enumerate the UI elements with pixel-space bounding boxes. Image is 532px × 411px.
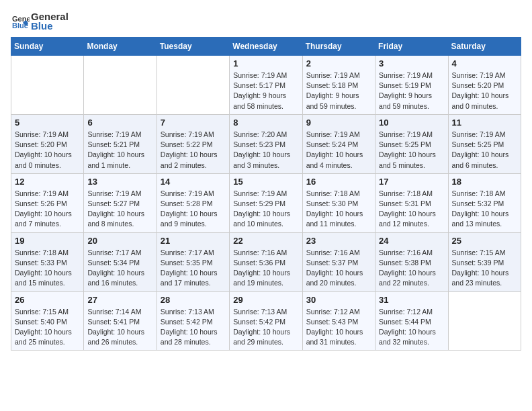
day-info: Sunrise: 7:20 AMSunset: 5:23 PMDaylight:… <box>233 130 298 171</box>
day-info: Sunrise: 7:18 AMSunset: 5:32 PMDaylight:… <box>452 189 517 230</box>
day-info: Sunrise: 7:19 AMSunset: 5:25 PMDaylight:… <box>452 130 517 171</box>
weekday-header-wednesday: Wednesday <box>230 38 302 56</box>
calendar-cell: 26Sunrise: 7:15 AMSunset: 5:40 PMDayligh… <box>11 291 84 351</box>
calendar-cell: 7Sunrise: 7:19 AMSunset: 5:22 PMDaylight… <box>157 114 229 173</box>
calendar-cell: 10Sunrise: 7:19 AMSunset: 5:25 PMDayligh… <box>375 114 448 173</box>
weekday-header-thursday: Thursday <box>302 38 375 56</box>
day-info: Sunrise: 7:13 AMSunset: 5:42 PMDaylight:… <box>233 307 298 348</box>
day-number: 14 <box>161 177 226 187</box>
calendar-cell: 17Sunrise: 7:18 AMSunset: 5:31 PMDayligh… <box>375 173 448 232</box>
day-info: Sunrise: 7:19 AMSunset: 5:18 PMDaylight:… <box>306 71 371 111</box>
calendar-cell: 16Sunrise: 7:18 AMSunset: 5:30 PMDayligh… <box>302 173 375 232</box>
day-info: Sunrise: 7:15 AMSunset: 5:40 PMDaylight:… <box>15 307 80 348</box>
calendar-cell: 22Sunrise: 7:16 AMSunset: 5:36 PMDayligh… <box>230 232 302 291</box>
day-info: Sunrise: 7:16 AMSunset: 5:38 PMDaylight:… <box>379 248 444 289</box>
calendar-cell: 21Sunrise: 7:17 AMSunset: 5:35 PMDayligh… <box>157 232 229 291</box>
day-info: Sunrise: 7:19 AMSunset: 5:19 PMDaylight:… <box>379 71 444 111</box>
weekday-header-sunday: Sunday <box>11 38 84 56</box>
day-info: Sunrise: 7:12 AMSunset: 5:43 PMDaylight:… <box>306 307 371 348</box>
calendar-cell: 25Sunrise: 7:15 AMSunset: 5:39 PMDayligh… <box>448 232 521 291</box>
day-info: Sunrise: 7:19 AMSunset: 5:27 PMDaylight:… <box>87 189 152 230</box>
calendar-cell: 6Sunrise: 7:19 AMSunset: 5:21 PMDaylight… <box>84 114 157 173</box>
calendar-cell: 28Sunrise: 7:13 AMSunset: 5:42 PMDayligh… <box>157 291 229 351</box>
calendar-cell: 13Sunrise: 7:19 AMSunset: 5:27 PMDayligh… <box>84 173 157 232</box>
day-number: 8 <box>233 118 298 128</box>
day-number: 19 <box>15 236 80 246</box>
day-number: 30 <box>306 295 371 305</box>
day-number: 18 <box>452 177 517 187</box>
day-number: 27 <box>87 295 152 305</box>
day-number: 13 <box>87 177 152 187</box>
day-number: 2 <box>306 58 371 68</box>
calendar-cell: 30Sunrise: 7:12 AMSunset: 5:43 PMDayligh… <box>302 291 375 351</box>
calendar-cell: 14Sunrise: 7:19 AMSunset: 5:28 PMDayligh… <box>157 173 229 232</box>
day-info: Sunrise: 7:18 AMSunset: 5:31 PMDaylight:… <box>379 189 444 230</box>
day-info: Sunrise: 7:19 AMSunset: 5:24 PMDaylight:… <box>306 130 371 171</box>
day-info: Sunrise: 7:19 AMSunset: 5:26 PMDaylight:… <box>15 189 80 230</box>
day-number: 7 <box>161 118 226 128</box>
day-number: 10 <box>379 118 444 128</box>
day-number: 4 <box>452 58 517 68</box>
day-number: 23 <box>306 236 371 246</box>
weekday-header-tuesday: Tuesday <box>157 38 229 56</box>
day-info: Sunrise: 7:12 AMSunset: 5:44 PMDaylight:… <box>379 307 444 348</box>
calendar-cell <box>11 56 84 115</box>
day-info: Sunrise: 7:19 AMSunset: 5:22 PMDaylight:… <box>161 130 226 171</box>
day-info: Sunrise: 7:19 AMSunset: 5:20 PMDaylight:… <box>15 130 80 171</box>
day-info: Sunrise: 7:16 AMSunset: 5:36 PMDaylight:… <box>233 248 298 289</box>
day-number: 21 <box>161 236 226 246</box>
calendar-cell: 23Sunrise: 7:16 AMSunset: 5:37 PMDayligh… <box>302 232 375 291</box>
day-info: Sunrise: 7:19 AMSunset: 5:28 PMDaylight:… <box>161 189 226 230</box>
day-info: Sunrise: 7:16 AMSunset: 5:37 PMDaylight:… <box>306 248 371 289</box>
day-number: 31 <box>379 295 444 305</box>
calendar-cell: 12Sunrise: 7:19 AMSunset: 5:26 PMDayligh… <box>11 173 84 232</box>
day-info: Sunrise: 7:17 AMSunset: 5:34 PMDaylight:… <box>87 248 152 289</box>
calendar-cell <box>448 291 521 351</box>
logo-icon: General Blue <box>11 12 30 31</box>
calendar-cell: 19Sunrise: 7:18 AMSunset: 5:33 PMDayligh… <box>11 232 84 291</box>
calendar-cell: 20Sunrise: 7:17 AMSunset: 5:34 PMDayligh… <box>84 232 157 291</box>
day-number: 11 <box>452 118 517 128</box>
svg-text:Blue: Blue <box>12 21 28 30</box>
day-info: Sunrise: 7:15 AMSunset: 5:39 PMDaylight:… <box>452 248 517 289</box>
day-number: 26 <box>15 295 80 305</box>
day-number: 24 <box>379 236 444 246</box>
calendar-cell: 27Sunrise: 7:14 AMSunset: 5:41 PMDayligh… <box>84 291 157 351</box>
day-info: Sunrise: 7:19 AMSunset: 5:20 PMDaylight:… <box>452 71 517 111</box>
calendar-cell: 4Sunrise: 7:19 AMSunset: 5:20 PMDaylight… <box>448 56 521 115</box>
day-info: Sunrise: 7:19 AMSunset: 5:29 PMDaylight:… <box>233 189 298 230</box>
calendar-cell: 9Sunrise: 7:19 AMSunset: 5:24 PMDaylight… <box>302 114 375 173</box>
calendar-table: SundayMondayTuesdayWednesdayThursdayFrid… <box>11 37 521 351</box>
page-header: General Blue General Blue <box>11 11 521 32</box>
day-number: 3 <box>379 58 444 68</box>
day-number: 9 <box>306 118 371 128</box>
day-info: Sunrise: 7:17 AMSunset: 5:35 PMDaylight:… <box>161 248 226 289</box>
weekday-header-friday: Friday <box>375 38 448 56</box>
weekday-header-saturday: Saturday <box>448 38 521 56</box>
calendar-cell: 2Sunrise: 7:19 AMSunset: 5:18 PMDaylight… <box>302 56 375 115</box>
day-number: 16 <box>306 177 371 187</box>
day-number: 5 <box>15 118 80 128</box>
day-info: Sunrise: 7:19 AMSunset: 5:17 PMDaylight:… <box>233 71 298 111</box>
calendar-cell <box>157 56 229 115</box>
calendar-cell: 3Sunrise: 7:19 AMSunset: 5:19 PMDaylight… <box>375 56 448 115</box>
day-number: 25 <box>452 236 517 246</box>
day-number: 1 <box>233 58 298 68</box>
day-number: 28 <box>161 295 226 305</box>
weekday-header-monday: Monday <box>84 38 157 56</box>
calendar-cell: 18Sunrise: 7:18 AMSunset: 5:32 PMDayligh… <box>448 173 521 232</box>
day-info: Sunrise: 7:19 AMSunset: 5:25 PMDaylight:… <box>379 130 444 171</box>
calendar-cell: 5Sunrise: 7:19 AMSunset: 5:20 PMDaylight… <box>11 114 84 173</box>
day-number: 17 <box>379 177 444 187</box>
calendar-cell: 8Sunrise: 7:20 AMSunset: 5:23 PMDaylight… <box>230 114 302 173</box>
day-number: 22 <box>233 236 298 246</box>
day-info: Sunrise: 7:18 AMSunset: 5:33 PMDaylight:… <box>15 248 80 289</box>
calendar-cell: 24Sunrise: 7:16 AMSunset: 5:38 PMDayligh… <box>375 232 448 291</box>
calendar-cell: 1Sunrise: 7:19 AMSunset: 5:17 PMDaylight… <box>230 56 302 115</box>
day-info: Sunrise: 7:18 AMSunset: 5:30 PMDaylight:… <box>306 189 371 230</box>
day-number: 12 <box>15 177 80 187</box>
day-info: Sunrise: 7:19 AMSunset: 5:21 PMDaylight:… <box>87 130 152 171</box>
day-number: 29 <box>233 295 298 305</box>
calendar-cell: 29Sunrise: 7:13 AMSunset: 5:42 PMDayligh… <box>230 291 302 351</box>
logo: General Blue General Blue <box>11 11 69 32</box>
